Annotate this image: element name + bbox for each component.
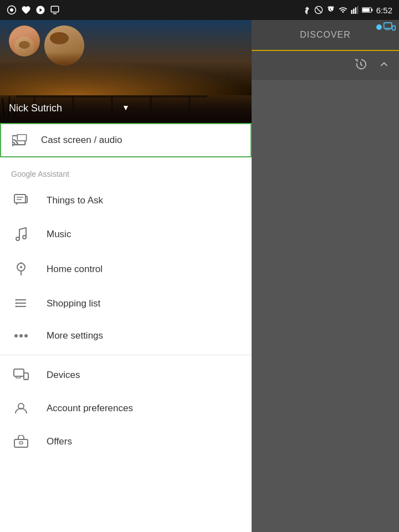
svg-rect-36 <box>14 439 28 447</box>
svg-point-27 <box>16 303 17 304</box>
right-toolbar <box>252 51 399 80</box>
main-content: Nick Sutrich ▼ Cast screen / audio Googl… <box>0 20 399 532</box>
svg-rect-15 <box>14 195 25 203</box>
svg-rect-14 <box>17 135 26 141</box>
app-icon-2 <box>21 5 31 15</box>
status-bar: 6:52 <box>0 0 399 20</box>
svg-point-34 <box>25 378 27 379</box>
cast-screen-item[interactable]: Cast screen / audio <box>0 123 252 157</box>
things-to-ask-icon <box>11 194 31 207</box>
menu-item-devices[interactable]: Devices <box>0 359 252 392</box>
cast-item-label: Cast screen / audio <box>41 135 122 146</box>
account-preferences-label: Account preferences <box>47 403 133 414</box>
home-control-label: Home control <box>47 264 103 275</box>
device-status-icon <box>383 22 396 32</box>
app-icon-3 <box>35 5 45 15</box>
svg-point-31 <box>24 334 28 337</box>
music-label: Music <box>47 229 71 240</box>
bluetooth-icon <box>303 5 311 15</box>
svg-rect-10 <box>371 9 372 11</box>
user-name: Nick Sutrich <box>9 103 62 114</box>
svg-rect-11 <box>362 8 370 12</box>
status-bar-left <box>7 5 60 15</box>
devices-label: Devices <box>47 370 80 381</box>
wifi-icon <box>339 6 347 14</box>
menu-item-offers[interactable]: Offers <box>0 425 252 458</box>
svg-point-21 <box>20 266 22 268</box>
menu-item-home-control[interactable]: Home control <box>0 252 252 287</box>
music-icon <box>11 227 31 242</box>
menu-item-things-to-ask[interactable]: Things to Ask <box>0 184 252 217</box>
svg-point-26 <box>16 299 17 301</box>
signal-icon <box>351 6 359 14</box>
svg-point-19 <box>23 236 26 239</box>
drawer: Nick Sutrich ▼ Cast screen / audio Googl… <box>0 20 252 532</box>
status-bar-right: 6:52 <box>303 5 392 15</box>
app-icon-4 <box>50 5 60 15</box>
svg-rect-7 <box>355 7 356 14</box>
right-content-area <box>252 80 399 532</box>
shopping-list-icon <box>11 297 31 310</box>
svg-point-1 <box>10 8 13 12</box>
offers-icon <box>11 435 31 448</box>
svg-rect-38 <box>384 23 392 28</box>
collapse-icon[interactable] <box>378 58 390 73</box>
svg-rect-39 <box>392 26 396 30</box>
dropdown-arrow-icon[interactable]: ▼ <box>122 103 130 112</box>
menu-divider <box>0 355 252 355</box>
account-icon <box>11 402 31 415</box>
more-settings-label: More settings <box>47 330 103 341</box>
avatar-large-face <box>44 25 84 65</box>
svg-point-18 <box>16 237 19 241</box>
menu-item-account-preferences[interactable]: Account preferences <box>0 392 252 425</box>
svg-line-4 <box>316 7 321 12</box>
avatar-large <box>44 25 84 65</box>
avatar-small <box>9 25 40 57</box>
google-assistant-section-header: Google Assistant <box>0 157 252 184</box>
home-control-icon <box>11 262 31 277</box>
svg-point-28 <box>16 306 17 308</box>
svg-rect-32 <box>14 369 24 376</box>
devices-icon <box>11 369 31 382</box>
right-panel: DISCOVER <box>252 20 399 532</box>
menu-item-shopping-list[interactable]: Shopping list <box>0 287 252 320</box>
svg-rect-37 <box>19 442 23 444</box>
battery-icon <box>362 6 373 14</box>
things-to-ask-label: Things to Ask <box>47 195 103 206</box>
avatar-small-face <box>9 25 40 57</box>
more-settings-icon <box>11 332 31 339</box>
menu-item-music[interactable]: Music <box>0 217 252 252</box>
svg-point-30 <box>19 334 23 337</box>
cast-icon <box>12 134 28 146</box>
drawer-header: Nick Sutrich ▼ <box>0 20 252 123</box>
cast-device-indicator <box>376 22 396 32</box>
app-icon-1 <box>7 5 17 15</box>
offers-label: Offers <box>47 436 72 447</box>
svg-rect-5 <box>351 10 352 14</box>
svg-rect-8 <box>357 6 358 14</box>
status-time: 6:52 <box>376 6 392 15</box>
block-icon <box>314 6 323 14</box>
shopping-list-label: Shopping list <box>47 298 100 309</box>
svg-rect-6 <box>353 9 354 14</box>
svg-point-29 <box>14 334 18 337</box>
svg-rect-2 <box>51 6 59 12</box>
history-icon[interactable] <box>355 58 367 73</box>
menu-item-more-settings[interactable]: More settings <box>0 320 252 351</box>
alarm-icon <box>326 6 335 14</box>
discover-label: DISCOVER <box>300 30 351 40</box>
